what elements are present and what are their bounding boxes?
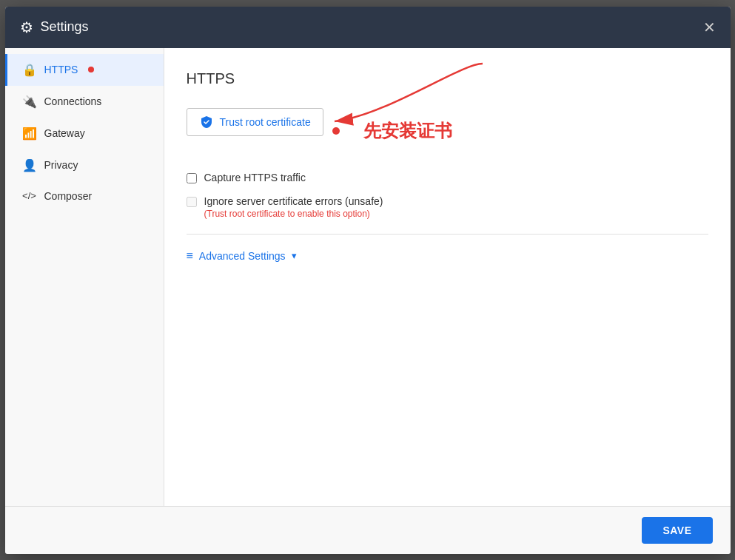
titlebar: ⚙ Settings ✕ <box>5 7 731 48</box>
footer: SAVE <box>5 506 731 554</box>
certificate-icon <box>199 115 214 129</box>
lock-icon: 🔒 <box>22 63 37 77</box>
main-panel: HTTPS Trust root certificate <box>164 48 731 506</box>
close-button[interactable]: ✕ <box>703 20 716 35</box>
sidebar-label-connections: Connections <box>44 95 102 107</box>
plug-icon: 🔌 <box>22 95 37 109</box>
sidebar-item-privacy[interactable]: 👤 Privacy <box>5 149 164 181</box>
sidebar: 🔒 HTTPS 🔌 Connections 📶 Gateway 👤 Privac… <box>5 48 164 506</box>
wifi-icon: 📶 <box>22 126 37 141</box>
advanced-settings-label: Advanced Settings <box>199 250 286 262</box>
sidebar-label-composer: Composer <box>44 190 93 202</box>
sidebar-item-https[interactable]: 🔒 HTTPS <box>5 54 164 86</box>
capture-https-checkbox[interactable] <box>187 173 197 183</box>
code-icon: </> <box>22 190 37 201</box>
ignore-cert-label: Ignore server certificate errors (unsafe… <box>204 195 383 207</box>
sidebar-item-connections[interactable]: 🔌 Connections <box>5 86 164 118</box>
dialog-title: Settings <box>41 19 89 35</box>
ignore-cert-checkbox[interactable] <box>187 197 197 207</box>
https-status-dot <box>88 67 94 72</box>
sidebar-label-https: HTTPS <box>44 64 78 75</box>
sidebar-label-gateway: Gateway <box>44 127 85 139</box>
ignore-cert-text: Ignore server certificate errors (unsafe… <box>204 195 383 219</box>
chevron-down-icon: ▾ <box>292 250 297 261</box>
sidebar-label-privacy: Privacy <box>44 159 78 171</box>
ignore-cert-sublabel: (Trust root certificate to enable this o… <box>204 209 383 219</box>
cert-row-inner: Trust root certificate 先安装证书 <box>187 108 708 154</box>
tune-icon: ≡ <box>187 249 193 263</box>
content-area: 🔒 HTTPS 🔌 Connections 📶 Gateway 👤 Privac… <box>5 48 731 506</box>
annotation-text: 先安装证书 <box>363 119 452 143</box>
settings-dialog: ⚙ Settings ✕ 🔒 HTTPS 🔌 Connections 📶 Gat… <box>5 7 731 554</box>
save-button[interactable]: SAVE <box>642 517 712 544</box>
trust-cert-button[interactable]: Trust root certificate <box>187 108 323 136</box>
trust-cert-label: Trust root certificate <box>220 116 311 128</box>
gear-icon: ⚙ <box>20 18 33 36</box>
capture-https-label[interactable]: Capture HTTPS traffic <box>204 172 306 183</box>
capture-https-row: Capture HTTPS traffic <box>187 172 708 183</box>
panel-title: HTTPS <box>187 70 708 87</box>
sidebar-item-gateway[interactable]: 📶 Gateway <box>5 118 164 149</box>
ignore-cert-row: Ignore server certificate errors (unsafe… <box>187 195 708 219</box>
advanced-settings-toggle[interactable]: ≡ Advanced Settings ▾ <box>187 249 708 263</box>
titlebar-left: ⚙ Settings <box>20 18 89 36</box>
section-divider <box>187 234 708 235</box>
sidebar-item-composer[interactable]: </> Composer <box>5 181 164 211</box>
cert-status-dot <box>332 127 340 135</box>
cert-section: Trust root certificate 先安装证书 <box>187 108 708 154</box>
person-icon: 👤 <box>22 158 37 172</box>
